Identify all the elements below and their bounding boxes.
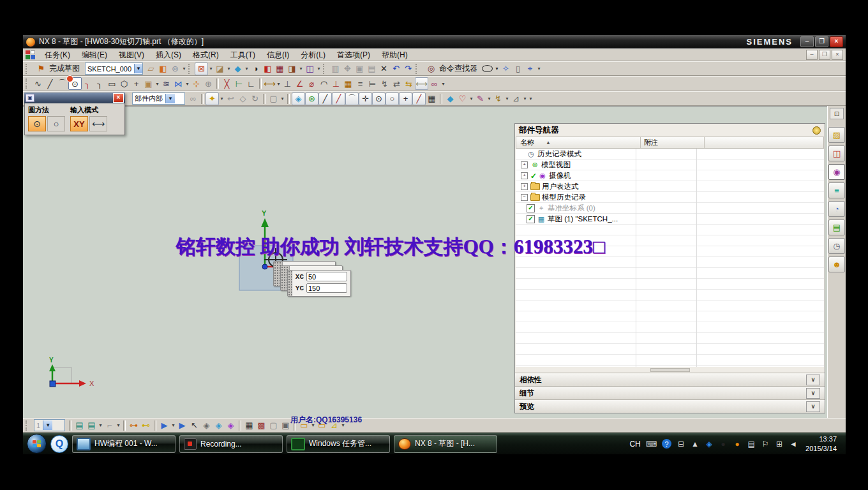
copy-icon[interactable]: ▣ — [354, 63, 366, 75]
step-icon[interactable]: ◈ — [200, 420, 213, 431]
command-finder-button[interactable]: ◎ 命令查找器 — [422, 62, 481, 75]
set-symmetric-icon[interactable]: ▦ — [342, 78, 354, 89]
tree-row[interactable]: ✓⌖基准坐标系 (0) — [516, 203, 824, 214]
network-icon[interactable]: ⊞ — [775, 439, 784, 449]
layer-settings-icon[interactable]: ▦ — [274, 63, 286, 75]
action-center-flag-icon[interactable]: ⚐ — [761, 439, 770, 449]
expand-plus-icon[interactable]: + — [521, 172, 528, 179]
route-icon[interactable]: ⌐ — [103, 420, 116, 431]
convert-reference-icon[interactable]: ⇄ — [391, 78, 403, 89]
menu-preferences[interactable]: 首选项(P) — [331, 49, 376, 61]
dependencies-panel-header[interactable]: 相依性 ∨ — [515, 373, 825, 386]
snap-quadrant-icon[interactable]: ○ — [385, 93, 399, 105]
alternate-solution-icon[interactable]: ⇆ — [403, 78, 415, 89]
visibility-checkbox[interactable]: ✓ — [527, 215, 535, 223]
panel-splitter[interactable] — [515, 367, 825, 373]
update-model-icon[interactable]: ◧ — [157, 63, 169, 75]
menu-tools[interactable]: 工具(T) — [225, 49, 261, 61]
menu-analysis[interactable]: 分析(L) — [295, 49, 331, 61]
oval-dropdown[interactable]: ▾ — [494, 63, 500, 75]
delete-icon[interactable]: ✕ — [378, 63, 390, 75]
taskbar-button-task-manager[interactable]: Windows 任务管... — [287, 435, 390, 453]
tb1-more-dropdown[interactable]: ▾ — [181, 63, 187, 75]
expand-plus-icon[interactable]: + — [521, 161, 528, 168]
make-corner-icon[interactable]: ∟ — [245, 78, 257, 89]
quick-extend-icon[interactable]: ⊢ — [233, 78, 245, 89]
dimension-dropdown[interactable]: ▾ — [276, 78, 281, 89]
offset-curve-icon[interactable]: ▣ — [142, 78, 154, 89]
snap-endpoint-icon[interactable]: ╱ — [318, 93, 332, 105]
toolbar-grip[interactable] — [415, 64, 419, 74]
oval-tool-icon[interactable] — [482, 65, 493, 72]
snap-existing-icon[interactable]: + — [399, 93, 412, 105]
language-indicator[interactable]: CH — [629, 439, 640, 449]
point-icon[interactable]: + — [130, 78, 142, 89]
restore-button[interactable]: ❐ — [815, 36, 828, 47]
helper-link-icon[interactable]: ✧ — [500, 63, 512, 75]
key2-icon[interactable]: ⊷ — [140, 420, 152, 431]
coordinate-mode-button[interactable]: XY — [70, 116, 88, 131]
curve-rule-icon[interactable]: ✎ — [474, 93, 486, 105]
sort-ascending-icon[interactable]: ▲ — [546, 140, 551, 145]
visibility-icon[interactable]: ◨ — [286, 63, 298, 75]
play-icon[interactable]: ▶ — [158, 420, 170, 431]
yc-input[interactable] — [306, 283, 347, 293]
tree-row[interactable]: +⊛模型视图 — [516, 160, 824, 170]
move-icon[interactable]: ✥ — [341, 63, 354, 75]
chamfer-icon[interactable]: ╮ — [94, 78, 106, 89]
child-close-button[interactable]: × — [832, 50, 843, 60]
undo-icon[interactable]: ↶ — [390, 63, 402, 75]
existing-point-icon[interactable]: ⊕ — [202, 78, 214, 89]
touch-dropdown[interactable]: ▾ — [536, 63, 542, 75]
taskbar-button-nx[interactable]: NX 8 - 草图 - [H... — [394, 435, 497, 453]
offset-dropdown[interactable]: ▾ — [154, 78, 160, 89]
child-minimize-button[interactable]: – — [806, 50, 818, 60]
marquee-icon[interactable]: ▢ — [267, 93, 280, 105]
render-style-icon[interactable]: ◑ — [250, 63, 262, 75]
intersection-point-icon[interactable]: ⊹ — [190, 78, 202, 89]
grid-icon[interactable]: ▦ — [243, 420, 255, 431]
snap-arc-center-icon[interactable]: ⊙ — [372, 93, 385, 105]
quick-trim-icon[interactable]: ╳ — [221, 78, 233, 89]
tree-row[interactable]: +用户表达式 — [516, 181, 824, 192]
display-style-icon[interactable]: ◪ — [214, 63, 226, 75]
animate-dimension-icon[interactable]: ↯ — [378, 78, 391, 89]
profile-icon[interactable]: ∿ — [32, 78, 44, 89]
reattach-icon[interactable]: ↻ — [249, 93, 261, 105]
menu-task[interactable]: 任务(K) — [39, 49, 76, 61]
pattern-curve-icon[interactable]: ≋ — [160, 78, 172, 89]
close-button[interactable]: × — [830, 36, 843, 47]
notebook-icon[interactable]: ▤ — [73, 420, 86, 431]
visibility-dropdown[interactable]: ▾ — [298, 63, 304, 75]
snap-grid-icon[interactable]: ▦ — [426, 93, 438, 105]
show-hidden-icons[interactable]: ▲ — [691, 439, 700, 449]
snap-curve-icon[interactable]: ╱ — [412, 93, 426, 105]
region-boundary-icon[interactable]: ♡ — [456, 93, 468, 105]
qq-browser-icon[interactable]: Q — [50, 435, 68, 453]
tree-row[interactable]: +✓◉摄像机 — [516, 170, 824, 181]
undo-orient-icon[interactable]: ↩ — [225, 93, 237, 105]
follow-dropdown[interactable]: ▾ — [522, 93, 528, 105]
menu-format[interactable]: 格式(R) — [187, 49, 225, 61]
toolbar-grip[interactable] — [26, 420, 29, 431]
toolbar-grip[interactable] — [323, 64, 327, 74]
drag-grip[interactable] — [288, 271, 292, 296]
curve-rule-dropdown[interactable]: ▾ — [486, 93, 492, 105]
combo-dropdown-icon[interactable]: ▼ — [134, 64, 142, 73]
show-hide-dropdown[interactable]: ▾ — [316, 63, 322, 75]
dim-dropdown[interactable]: ▾ — [310, 420, 316, 431]
toolbar-grip[interactable] — [26, 64, 29, 74]
tree-row[interactable]: ✓▦草图 (1) "SKETCH_... — [516, 214, 824, 225]
menu-information[interactable]: 信息(I) — [261, 49, 295, 61]
fillet-icon[interactable]: ╮ — [82, 78, 94, 89]
chevron-down-icon[interactable]: ∨ — [806, 401, 820, 412]
sheet-icon[interactable]: ▢ — [267, 420, 280, 431]
save-icon[interactable]: ▥ — [329, 63, 341, 75]
notebook-dropdown[interactable]: ▾ — [98, 420, 103, 431]
status-overflow-dropdown[interactable]: ▾ — [340, 420, 346, 431]
keyboard-icon[interactable]: ⌨ — [646, 439, 657, 449]
qq-icon[interactable]: ● — [719, 439, 728, 449]
polygon-icon[interactable]: ⬡ — [118, 78, 130, 89]
scale-combo[interactable]: 1 ▼ — [34, 419, 65, 431]
tree-row[interactable]: ◷历史记录模式 — [516, 149, 824, 160]
